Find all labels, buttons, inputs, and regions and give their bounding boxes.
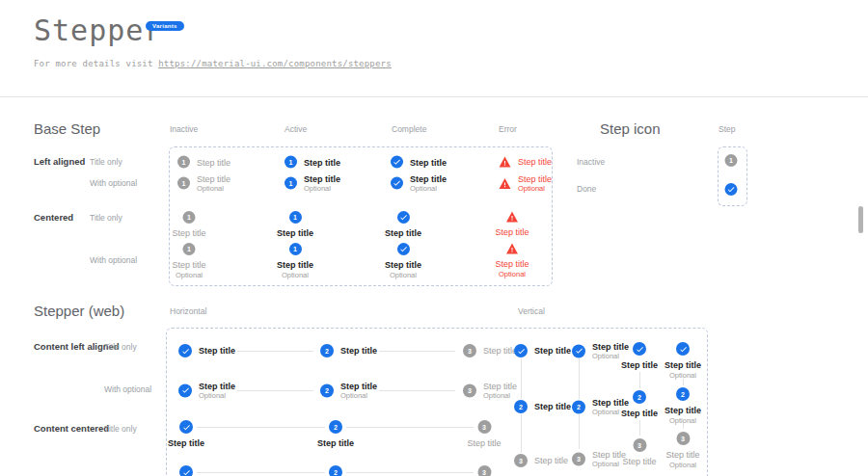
- step-connector-line: [379, 390, 455, 391]
- step-title-label: Step title: [340, 382, 377, 391]
- step-item-active: 1Step title: [285, 156, 340, 169]
- step-optional-label: Optional: [282, 271, 309, 279]
- error-warning-icon: [506, 211, 519, 223]
- step-label-block: Step title: [199, 346, 235, 356]
- step-optional-label: Optional: [410, 184, 447, 193]
- step-optional-label: Optional: [592, 460, 626, 468]
- step-connector-line: [237, 351, 313, 352]
- step-label-block: Step title: [534, 346, 571, 356]
- step-label-block: Step titleOptional: [197, 174, 231, 193]
- step-item-complete: Step title: [514, 344, 571, 357]
- step-item-inactive: 3Step titleOptional: [467, 465, 501, 476]
- step-title-label: Step title: [534, 346, 571, 356]
- step-title-label: Step title: [199, 382, 235, 391]
- step-optional-label: Optional: [518, 184, 552, 193]
- step-title-label: Step title: [199, 346, 235, 356]
- step-optional-label: Optional: [669, 371, 696, 380]
- sub-label-title-only: Title only: [90, 157, 122, 167]
- step-number-circle-inactive: 3: [477, 465, 491, 476]
- step-connector-line: [639, 372, 640, 388]
- step-optional-label: Optional: [669, 416, 696, 425]
- step-item-complete: Step title: [168, 420, 204, 448]
- material-ui-link[interactable]: https://material-ui.com/components/stepp…: [158, 59, 392, 68]
- row-label-inactive: Inactive: [577, 157, 605, 167]
- row-label-centered: Centered: [34, 212, 73, 223]
- step-item-inactive: 3Step titleOptional: [665, 432, 699, 469]
- sub-label-with-optional: With optional: [104, 384, 151, 394]
- step-title-label: Step title: [277, 260, 313, 270]
- step-number-circle-inactive: 1: [177, 177, 190, 190]
- column-header-active: Active: [285, 124, 307, 134]
- step-item-active: 1Step titleOptional: [285, 174, 340, 193]
- step-item-error: Step title: [499, 156, 552, 168]
- step-optional-label: Optional: [176, 271, 203, 279]
- step-optional-label: Optional: [340, 391, 377, 400]
- step-number-circle-inactive: 3: [676, 432, 690, 445]
- step-label-block: Step titleOptional: [410, 174, 447, 193]
- step-optional-label: Optional: [669, 461, 696, 469]
- step-title-label: Step title: [172, 228, 205, 238]
- step-number-circle-active: 1: [288, 211, 301, 224]
- step-title-label: Step title: [665, 360, 701, 370]
- step-label-block: Step title: [410, 157, 447, 167]
- step-title-label: Step title: [385, 260, 421, 270]
- step-title-label: Step title: [410, 174, 447, 184]
- step-connector-line: [579, 414, 580, 449]
- step-item-inactive: 1Step titleOptional: [177, 174, 231, 193]
- step-connector-line: [521, 414, 522, 453]
- step-title-label: Step title: [304, 174, 340, 184]
- step-number-circle-active: 2: [572, 400, 585, 413]
- step-number-circle-inactive: 3: [572, 452, 585, 465]
- step-number-circle-active: 1: [285, 156, 297, 169]
- column-header-step: Step: [719, 124, 736, 134]
- scrollbar-thumb[interactable]: [858, 206, 863, 233]
- step-item-inactive: 3Step titleOptional: [463, 382, 517, 400]
- step-item-error: Step titleOptional: [499, 174, 552, 193]
- check-circle-icon: [391, 156, 403, 169]
- step-optional-label: Optional: [390, 271, 417, 279]
- step-item-active: 1Step title: [277, 211, 313, 238]
- step-item-complete: Step title: [385, 211, 421, 238]
- step-number-circle-inactive: 3: [477, 420, 491, 434]
- step-icon-specimen-inactive: 1: [725, 154, 738, 167]
- step-item-complete: Step title: [391, 156, 447, 169]
- step-connector-line: [346, 427, 474, 428]
- step-optional-label: Optional: [197, 184, 231, 193]
- step-number-circle-inactive: 1: [183, 243, 196, 255]
- step-item-inactive: 1Step title: [177, 156, 231, 169]
- check-circle-icon: [514, 344, 528, 357]
- page-title: Stepper: [34, 13, 162, 47]
- error-warning-icon: [499, 156, 511, 168]
- row-label-content-centered: Content centered: [34, 423, 109, 434]
- step-item-inactive: 3Step title: [467, 420, 501, 448]
- step-number-circle-active: 2: [320, 344, 334, 357]
- step-number-circle-active: 2: [329, 465, 342, 476]
- check-circle-icon: [725, 183, 738, 196]
- column-header-horizontal: Horizontal: [170, 306, 206, 316]
- sub-label-with-optional: With optional: [90, 178, 137, 188]
- variants-badge: Variants: [146, 21, 184, 31]
- step-item-error: Step title: [495, 211, 529, 237]
- step-item-complete: Step titleOptional: [168, 465, 204, 476]
- check-circle-icon: [178, 383, 192, 397]
- step-title-label: Step title: [622, 457, 656, 466]
- step-label-block: Step title: [304, 157, 340, 167]
- step-title-label: Step title: [621, 360, 658, 370]
- step-item-inactive: 1Step titleOptional: [172, 243, 205, 279]
- error-warning-icon: [499, 177, 511, 189]
- step-title-label: Step title: [197, 174, 231, 184]
- step-title-label: Step title: [483, 382, 517, 391]
- step-item-active: 2Step titleOptional: [665, 387, 701, 425]
- subtitle: For more details visit https://material-…: [34, 59, 392, 68]
- step-item-active: 2Step title: [621, 390, 658, 418]
- step-number-circle-active: 1: [288, 243, 301, 255]
- step-number-circle-inactive: 3: [633, 438, 646, 452]
- step-item-inactive: 3Step titleOptional: [572, 450, 626, 468]
- step-connector-line: [197, 427, 325, 428]
- step-label-block: Step titleOptional: [304, 174, 340, 193]
- section-title-stepper-web: Stepper (web): [34, 303, 124, 319]
- step-title-label: Step title: [534, 402, 571, 411]
- sub-label-with-optional: With optional: [90, 255, 137, 265]
- step-connector-line: [346, 472, 474, 473]
- step-item-active: 2Step title: [317, 420, 354, 448]
